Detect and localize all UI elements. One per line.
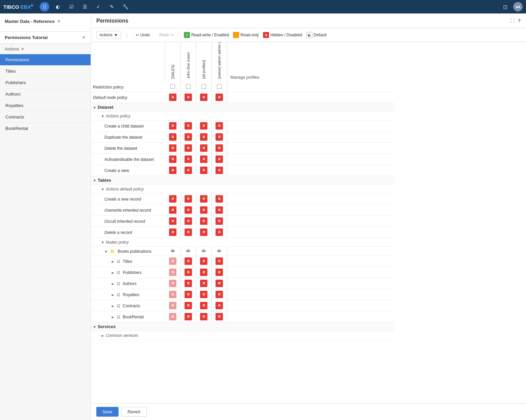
cell-auth-a[interactable]: ✕ (196, 278, 211, 289)
breadcrumb-arrow-icon[interactable]: ▼ (57, 19, 61, 24)
cell-con-a[interactable]: ✕ (196, 300, 211, 311)
sidebar-item-royalties[interactable]: Royalties (0, 100, 91, 111)
expand-icon[interactable]: ⛶ (510, 18, 515, 23)
cell-oir-j[interactable]: ✕ (180, 205, 196, 216)
cell-roy-a[interactable]: ✕ (196, 289, 211, 300)
cell-dr-j[interactable]: ✕ (180, 227, 196, 238)
cell-restriction-owner[interactable] (211, 82, 227, 92)
cell-ocir-j[interactable]: ✕ (180, 216, 196, 227)
cell-ccd-o[interactable]: ✕ (211, 120, 227, 132)
cell-dnp-all[interactable]: ✕ (196, 92, 211, 103)
cell-roy-j[interactable]: ✕ (180, 289, 196, 300)
nav-icon-edit[interactable]: ✓ (94, 2, 103, 11)
cell-br-j[interactable]: ✕ (180, 311, 196, 322)
redo-btn[interactable]: Redo ↪ (157, 31, 176, 39)
cell-cv-j[interactable]: ✕ (180, 165, 196, 176)
nav-icon-task[interactable]: ☑ (67, 2, 76, 11)
cell-restriction-johndoe[interactable] (180, 82, 196, 92)
manage-profiles-label[interactable]: Manage profiles (231, 75, 259, 80)
cell-roy-o[interactable]: ✕ (211, 289, 227, 300)
sidebar-item-titles[interactable]: Titles (0, 66, 91, 77)
expand-arrow-icon[interactable]: ▼ (93, 179, 96, 182)
cell-cnr-a[interactable]: ✕ (196, 194, 211, 205)
cell-del-o[interactable]: ✕ (211, 143, 227, 154)
cell-del-s[interactable]: ✕ (165, 143, 180, 154)
avatar[interactable]: aa (513, 2, 523, 11)
cell-auth-o[interactable]: ✕ (211, 278, 227, 289)
sidebar-item-authors[interactable]: Authors (0, 89, 91, 100)
cell-bp-s[interactable]: 👁 (165, 247, 180, 256)
cell-dnp-sales[interactable]: ✕ (165, 92, 180, 103)
cell-del-a[interactable]: ✕ (196, 143, 211, 154)
expand-arrow-icon[interactable]: ▼ (101, 114, 104, 118)
cell-ocir-o[interactable]: ✕ (211, 216, 227, 227)
cell-dr-a[interactable]: ✕ (196, 227, 211, 238)
save-button[interactable]: Save (96, 407, 119, 417)
expand-arrow-icon[interactable]: ► (111, 260, 114, 264)
expand-arrow-icon[interactable]: ► (111, 271, 114, 275)
cell-br-a[interactable]: ✕ (196, 311, 211, 322)
cell-oir-s[interactable]: ✕ (165, 205, 180, 216)
sidebar-item-permissions[interactable]: Permissions (0, 54, 91, 66)
expand-arrow-icon[interactable]: ► (111, 293, 114, 297)
nav-icon-clock[interactable]: ◐ (53, 2, 63, 11)
cell-t-j[interactable]: ✕ (180, 256, 196, 267)
cell-pub-o[interactable]: ✕ (211, 267, 227, 278)
cell-act-s[interactable]: ✕ (165, 154, 180, 165)
cell-dnp-johndoe[interactable]: ✕ (180, 92, 196, 103)
cell-con-j[interactable]: ✕ (180, 300, 196, 311)
checkbox-icon[interactable] (170, 84, 175, 89)
cell-cnr-j[interactable]: ✕ (180, 194, 196, 205)
actions-btn[interactable]: Actions ▼ (96, 31, 121, 39)
expand-arrow-icon[interactable]: ► (101, 334, 104, 338)
expand-arrow-icon[interactable]: ▼ (104, 250, 108, 253)
cell-pub-s[interactable]: ✕ (165, 267, 180, 278)
cell-dup-o[interactable]: ✕ (211, 132, 227, 143)
cell-auth-s[interactable]: ✕ (165, 278, 180, 289)
cell-del-j[interactable]: ✕ (180, 143, 196, 154)
cell-auth-j[interactable]: ✕ (180, 278, 196, 289)
cell-ocir-a[interactable]: ✕ (196, 216, 211, 227)
expand-arrow-icon[interactable]: ▼ (101, 241, 104, 244)
cell-con-s[interactable]: ✕ (165, 300, 180, 311)
cell-bp-a[interactable]: 👁 (196, 247, 211, 256)
cell-act-o[interactable]: ✕ (211, 154, 227, 165)
cell-cnr-s[interactable]: ✕ (165, 194, 180, 205)
cell-dnp-owner[interactable]: ✕ (211, 92, 227, 103)
cell-dr-s[interactable]: ✕ (165, 227, 180, 238)
cell-ccd-a[interactable]: ✕ (196, 120, 211, 132)
sidebar-actions-btn[interactable]: Actions ▼ (0, 44, 91, 54)
expand-arrow-icon[interactable]: ▼ (93, 325, 96, 329)
sidebar-item-bookrename[interactable]: BookRental (0, 123, 91, 134)
revert-button[interactable]: Revert (121, 407, 147, 417)
cell-pub-j[interactable]: ✕ (180, 267, 196, 278)
sidebar-item-publishers[interactable]: Publishers (0, 77, 91, 89)
grid-icon[interactable]: ◫ (500, 2, 510, 11)
nav-icon-wrench[interactable]: ✎ (107, 2, 117, 11)
expand-arrow-icon[interactable]: ▼ (101, 187, 104, 191)
cell-roy-s[interactable]: ✕ (165, 289, 180, 300)
checkbox-icon[interactable] (201, 84, 206, 89)
checkbox-icon[interactable] (217, 84, 222, 89)
cell-oir-a[interactable]: ✕ (196, 205, 211, 216)
cell-t-o[interactable]: ✕ (211, 256, 227, 267)
expand-arrow-icon[interactable]: ► (111, 315, 114, 319)
checkbox-icon[interactable] (186, 84, 191, 89)
cell-bp-o[interactable]: 👁 (211, 247, 227, 256)
cell-restriction-sales[interactable] (165, 82, 180, 92)
cell-br-s[interactable]: ✕ (165, 311, 180, 322)
expand-arrow-icon[interactable]: ▼ (93, 106, 96, 109)
cell-t-s[interactable]: ✕ (165, 256, 180, 267)
undo-btn[interactable]: ↩ Undo (133, 31, 153, 39)
nav-icon-list[interactable]: ☰ (80, 2, 90, 11)
expand-arrow-icon[interactable]: ► (111, 282, 114, 286)
cell-cv-o[interactable]: ✕ (211, 165, 227, 176)
cell-bp-j[interactable]: 👁 (180, 247, 196, 256)
cell-pub-a[interactable]: ✕ (196, 267, 211, 278)
cell-t-a[interactable]: ✕ (196, 256, 211, 267)
cell-dup-j[interactable]: ✕ (180, 132, 196, 143)
nav-icon-settings[interactable]: 🔧 (121, 2, 130, 11)
nav-icon-main[interactable]: ☷ (40, 2, 49, 11)
cell-cnr-o[interactable]: ✕ (211, 194, 227, 205)
cell-act-a[interactable]: ✕ (196, 154, 211, 165)
